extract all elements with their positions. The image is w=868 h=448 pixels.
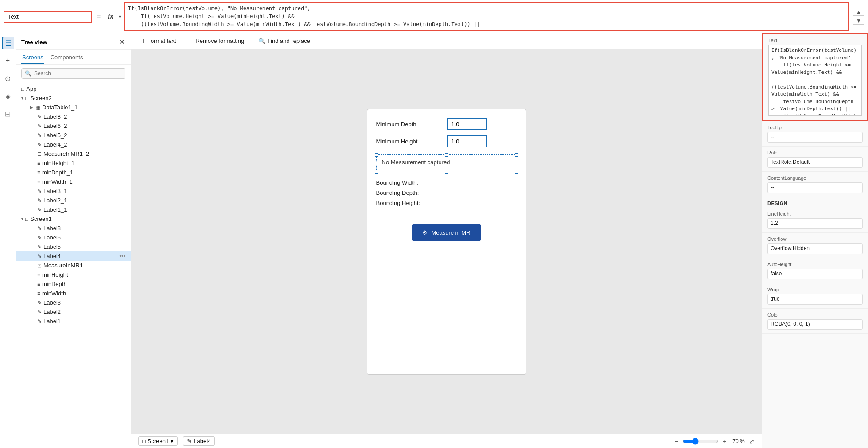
tree-view-icon[interactable]: ☰ [2,37,14,49]
formula-input[interactable]: If(IsBlankOrError(testVolume), "No Measu… [124,2,849,31]
color-label: Color [767,312,863,317]
tree-item-mindepth[interactable]: ≡ minDepth [16,279,131,289]
label5-icon: ✎ [37,244,42,250]
label2_1-label: Label2_1 [43,197,67,204]
find-and-replace-button[interactable]: 🔍 Find and replace [255,36,314,46]
tree-item-label1_1[interactable]: ✎ Label1_1 [16,205,131,214]
tree-panel: Tree view ✕ Screens Components 🔍 □ App ▾… [16,33,131,448]
app-icon: □ [21,86,24,92]
components-icon[interactable]: ⊞ [2,108,14,120]
tree-item-label4_2[interactable]: ✎ Label4_2 [16,140,131,149]
name-box[interactable]: Text [4,11,92,23]
handle-bl[interactable] [375,170,378,174]
insert-icon[interactable]: + [2,54,14,67]
label6_2-label: Label6_2 [43,123,67,129]
tree-item-label2[interactable]: ✎ Label2 [16,307,131,317]
role-value[interactable]: TextRole.Default [767,157,863,168]
tree-item-label1[interactable]: ✎ Label1 [16,317,131,326]
minheight_1-icon: ≡ [37,160,40,166]
tree-item-minwidth_1[interactable]: ≡ minWidth_1 [16,177,131,186]
format-text-label: Format text [147,38,176,44]
tree-item-label4[interactable]: ✎ Label4 ••• [16,251,131,261]
data-icon[interactable]: ⊙ [2,72,14,85]
handle-br[interactable] [515,170,518,174]
measure-button-label: Measure in MR [431,229,470,236]
handle-bc[interactable] [445,170,448,174]
tree-item-screen1[interactable]: ▾ □ Screen1 [16,214,131,224]
label5-label: Label5 [43,243,61,250]
label6_2-icon: ✎ [37,123,42,129]
canvas-area[interactable]: Minimum Depth Minimum Height [131,49,762,434]
tree-panel-close[interactable]: ✕ [118,38,125,46]
tooltip-value[interactable]: -- [767,132,863,143]
search-icon: 🔍 [25,70,31,77]
tree-item-minheight_1[interactable]: ≡ minHeight_1 [16,158,131,168]
wrap-value[interactable]: true [767,294,863,305]
label-box[interactable]: No Measurement captured [376,154,517,172]
form-input-height[interactable] [447,135,487,147]
handle-ml[interactable] [375,162,378,165]
measure-button[interactable]: ⚙ Measure in MR [412,224,481,241]
search-input[interactable] [21,68,125,79]
tree-item-mindepth_1[interactable]: ≡ minDepth_1 [16,168,131,177]
label3_1-icon: ✎ [37,188,42,194]
form-input-depth[interactable] [447,118,487,130]
label-pill-label: Label4 [194,438,211,444]
tree-item-label5[interactable]: ✎ Label5 [16,242,131,251]
text-prop-textarea[interactable]: If(IsBlankOrError(testVolume), "No Measu… [768,45,862,116]
tab-components[interactable]: Components [50,52,84,64]
scroll-up-button[interactable]: ▲ [853,8,864,16]
color-value[interactable]: RGBA(0, 0, 0, 1) [767,319,863,330]
zoom-slider[interactable] [683,438,718,445]
fx-chevron-icon[interactable]: ▾ [119,14,121,19]
handle-tc[interactable] [445,153,448,157]
tooltip-section: Tooltip -- [762,121,868,147]
color-section: Color RGBA(0, 0, 0, 1) [762,309,868,334]
mindepth-label: minDepth [42,281,67,287]
tree-item-label8_2[interactable]: ✎ Label8_2 [16,112,131,121]
remove-formatting-button[interactable]: ≡ Remove formatting [187,36,248,46]
tree-item-label5_2[interactable]: ✎ Label5_2 [16,131,131,140]
label8_2-icon: ✎ [37,114,42,120]
expand-button[interactable]: ⤢ [749,438,755,445]
measureinmr1-label: MeasureInMR1 [43,262,83,269]
handle-tl[interactable] [375,153,378,157]
tree-item-datatable1_1[interactable]: ▶ ▦ DataTable1_1 [16,103,131,112]
scroll-down-button[interactable]: ▼ [853,17,864,25]
label4-icon: ✎ [37,253,42,259]
tree-item-label2_1[interactable]: ✎ Label2_1 [16,196,131,205]
fx-button[interactable]: fx [105,12,116,21]
tab-screens[interactable]: Screens [21,52,44,64]
tree-item-measureinmr1[interactable]: ⊡ MeasureInMR1 [16,261,131,270]
tree-item-label3[interactable]: ✎ Label3 [16,298,131,307]
auto-height-value[interactable]: false [767,269,863,279]
handle-tr[interactable] [515,153,518,157]
label4-more-button[interactable]: ••• [119,253,125,259]
tree-item-measureinmr1_2[interactable]: ⊡ MeasureInMR1_2 [16,149,131,158]
zoom-in-button[interactable]: + [721,437,728,446]
screen-pill-chevron: ▾ [171,438,174,444]
zoom-out-button[interactable]: − [673,437,680,446]
overflow-value[interactable]: Overflow.Hidden [767,243,863,254]
label8_2-label: Label8_2 [43,113,67,120]
label6-label: Label6 [43,234,61,241]
handle-mr[interactable] [515,162,518,165]
tree-item-label3_1[interactable]: ✎ Label3_1 [16,186,131,196]
tree-item-label6_2[interactable]: ✎ Label6_2 [16,121,131,131]
overflow-label: Overflow [767,236,863,242]
minheight-label: minHeight [42,271,68,278]
content-language-value[interactable]: -- [767,182,863,193]
line-height-value[interactable]: 1.2 [767,218,863,229]
text-property-section: Text If(IsBlankOrError(testVolume), "No … [762,33,868,121]
format-text-button[interactable]: T Format text [138,36,180,46]
tree-item-label6[interactable]: ✎ Label6 [16,233,131,242]
screen-pill[interactable]: □ Screen1 ▾ [138,436,178,446]
tree-item-minheight[interactable]: ≡ minHeight [16,270,131,279]
mindepth_1-icon: ≡ [37,170,40,176]
label4_2-label: Label4_2 [43,141,67,148]
tree-item-app[interactable]: □ App [16,84,131,93]
tree-item-label8[interactable]: ✎ Label8 [16,224,131,233]
tree-item-screen2[interactable]: ▾ □ Screen2 [16,93,131,103]
tree-item-minwidth[interactable]: ≡ minWidth [16,289,131,298]
variables-icon[interactable]: ◈ [2,90,14,102]
